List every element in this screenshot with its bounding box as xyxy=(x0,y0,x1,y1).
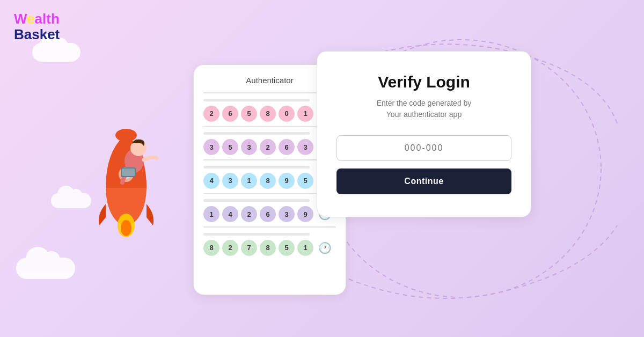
auth-bar-2 xyxy=(203,132,310,135)
svg-point-6 xyxy=(121,220,131,236)
code-1-2: 6 xyxy=(222,106,238,122)
code-1-4: 8 xyxy=(260,106,276,122)
auth-card-title: Authenticator xyxy=(203,76,336,85)
code-2-4: 2 xyxy=(260,139,276,155)
auth-divider xyxy=(203,92,336,93)
auth-bar-4 xyxy=(203,199,310,202)
auth-codes-3: 4 3 1 8 9 5 🕐 xyxy=(203,173,336,189)
code-3-5: 9 xyxy=(279,173,295,189)
code-3-1: 4 xyxy=(203,173,219,189)
code-4-4: 6 xyxy=(260,206,276,222)
code-4-3: 2 xyxy=(241,206,257,222)
code-1-5: 0 xyxy=(279,106,295,122)
continue-button[interactable]: Continue xyxy=(336,169,511,194)
code-input[interactable] xyxy=(336,135,511,161)
code-2-5: 6 xyxy=(279,139,295,155)
code-5-3: 7 xyxy=(241,240,257,256)
auth-divider-3 xyxy=(203,159,336,160)
auth-row-4: 1 4 2 6 3 9 🕐 xyxy=(203,199,336,222)
code-3-3: 1 xyxy=(241,173,257,189)
auth-bar-3 xyxy=(203,166,310,169)
verify-title: Verify Login xyxy=(336,73,511,91)
code-4-2: 4 xyxy=(222,206,238,222)
logo: Wealth Basket xyxy=(14,11,60,42)
logo-wealth: Wealth xyxy=(14,11,60,27)
code-4-6: 9 xyxy=(297,206,313,222)
svg-rect-10 xyxy=(122,169,135,176)
auth-codes-2: 3 5 3 2 6 3 🕐 xyxy=(203,139,336,155)
svg-point-2 xyxy=(115,129,137,142)
auth-codes-4: 1 4 2 6 3 9 🕐 xyxy=(203,206,336,222)
logo-basket: Basket xyxy=(14,27,60,42)
code-2-1: 3 xyxy=(203,139,219,155)
cloud-bottom-left xyxy=(16,258,75,279)
auth-row-3: 4 3 1 8 9 5 🕐 xyxy=(203,166,336,189)
auth-codes-1: 2 6 5 8 0 1 🕐 xyxy=(203,106,336,122)
code-4-5: 3 xyxy=(279,206,295,222)
code-5-2: 2 xyxy=(222,240,238,256)
auth-row-1: 2 6 5 8 0 1 🕐 xyxy=(203,99,336,122)
code-5-6: 1 xyxy=(297,240,313,256)
rocket-illustration xyxy=(64,80,188,241)
code-2-3: 3 xyxy=(241,139,257,155)
code-3-6: 5 xyxy=(297,173,313,189)
auth-bar-1 xyxy=(203,99,310,101)
code-3-4: 8 xyxy=(260,173,276,189)
verify-subtitle: Enter the code generated byYour authenti… xyxy=(336,98,511,120)
timer-icon-5: 🕐 xyxy=(318,241,332,254)
code-1-3: 5 xyxy=(241,106,257,122)
auth-codes-5: 8 2 7 8 5 1 🕐 xyxy=(203,240,336,256)
auth-row-2: 3 5 3 2 6 3 🕐 xyxy=(203,132,336,155)
auth-bar-5 xyxy=(203,233,310,236)
code-1-6: 1 xyxy=(297,106,313,122)
cloud-top-left xyxy=(32,43,80,62)
auth-divider-2 xyxy=(203,126,336,127)
code-3-2: 3 xyxy=(222,173,238,189)
auth-divider-5 xyxy=(203,226,336,228)
code-2-6: 3 xyxy=(297,139,313,155)
code-2-2: 5 xyxy=(222,139,238,155)
code-4-1: 1 xyxy=(203,206,219,222)
code-1-1: 2 xyxy=(203,106,219,122)
code-5-1: 8 xyxy=(203,240,219,256)
auth-row-5: 8 2 7 8 5 1 🕐 xyxy=(203,233,336,256)
code-5-4: 8 xyxy=(260,240,276,256)
auth-divider-4 xyxy=(203,193,336,194)
verify-login-card: Verify Login Enter the code generated by… xyxy=(317,51,531,217)
code-5-5: 5 xyxy=(279,240,295,256)
